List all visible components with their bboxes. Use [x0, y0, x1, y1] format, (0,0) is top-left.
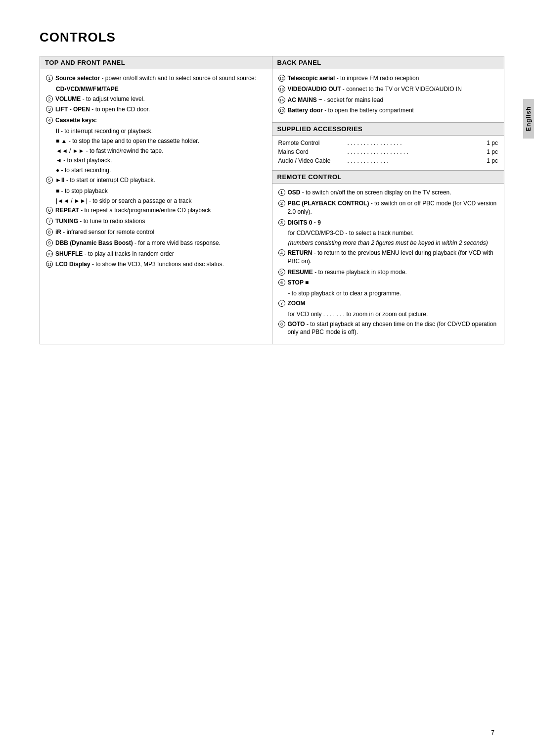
- accessories-table: Remote Control . . . . . . . . . . . . .…: [272, 136, 504, 170]
- list-item: 9 DBB (Dynamic Bass Boost) - for a more …: [46, 239, 266, 247]
- accessory-qty: 1 pc: [478, 157, 498, 164]
- item-number: 11: [46, 261, 53, 268]
- list-item: 6 REPEAT - to repeat a track/programme/e…: [46, 206, 266, 215]
- item-text: VIDEO/AUDIO OUT - connect to the TV or V…: [288, 85, 498, 94]
- top-front-panel-body: 1 Source selector - power on/off switch …: [40, 69, 272, 276]
- list-item: 8 GOTO - to start playback at any chosen…: [278, 320, 498, 337]
- item-text: RETURN - to return to the previous MENU …: [288, 249, 498, 266]
- list-item: Mains Cord . . . . . . . . . . . . . . .…: [278, 148, 498, 155]
- item-text: Battery door - to open the battery compa…: [288, 106, 498, 115]
- item-number: 9: [46, 239, 53, 246]
- italic-note: (numbers consisting more than 2 figures …: [288, 239, 498, 247]
- item-text: iR - infrared sensor for remote control: [55, 228, 266, 236]
- page-number: 7: [491, 729, 494, 736]
- sub-item: ■ ▲ - to stop the tape and to open the c…: [56, 137, 266, 145]
- back-panel-section: BACK PANEL 12 Telescopic aerial - to imp…: [272, 56, 504, 123]
- item-number: 1: [46, 75, 53, 82]
- list-item: 8 iR - infrared sensor for remote contro…: [46, 228, 266, 236]
- item-number: 8: [278, 321, 285, 328]
- left-column: TOP AND FRONT PANEL 1 Source selector - …: [40, 56, 272, 344]
- item-number: 6: [46, 207, 53, 214]
- list-item: 13 VIDEO/AUDIO OUT - connect to the TV o…: [278, 85, 498, 94]
- list-item: 7 ZOOM: [278, 299, 498, 308]
- item-text: LIFT - OPEN - to open the CD door.: [55, 105, 266, 114]
- accessory-qty: 1 pc: [478, 148, 498, 155]
- item-number: 3: [278, 219, 285, 226]
- item-number: 8: [46, 229, 53, 236]
- item-number: 5: [46, 177, 53, 184]
- list-item: Remote Control . . . . . . . . . . . . .…: [278, 140, 498, 146]
- item-number: 10: [46, 250, 53, 257]
- item-number: 6: [278, 279, 285, 286]
- item-text: GOTO - to start playback at any chosen t…: [288, 320, 498, 337]
- item-text: ZOOM: [288, 299, 498, 308]
- sub-item: for VCD only . . . . . . . to zoom in or…: [288, 310, 498, 319]
- list-item: 1 Source selector - power on/off switch …: [46, 74, 266, 83]
- list-item: 1 OSD - to switch on/off the on screen d…: [278, 189, 498, 197]
- page-title: CONTROLS: [40, 30, 504, 45]
- sidebar-language-label: English: [523, 99, 534, 139]
- list-item: 5 RESUME - to resume playback in stop mo…: [278, 268, 498, 277]
- item-number: 4: [278, 249, 285, 256]
- sub-item: for CD/VCD/MP3-CD - to select a track nu…: [288, 229, 498, 237]
- accessory-qty: 1 pc: [478, 140, 498, 146]
- item-text: SHUFFLE - to play all tracks in random o…: [55, 250, 266, 258]
- item-number: 7: [278, 300, 285, 307]
- item-text: Cassette keys:: [55, 116, 266, 125]
- list-item: 15 Battery door - to open the battery co…: [278, 106, 498, 115]
- remote-control-section: REMOTE CONTROL 1 OSD - to switch on/off …: [272, 171, 504, 344]
- sub-item: ◄◄ / ►► - to fast wind/rewind the tape.: [56, 147, 266, 155]
- item-number: 12: [278, 75, 285, 82]
- item-text: REPEAT - to repeat a track/programme/ent…: [55, 206, 266, 215]
- item-text: OSD - to switch on/off the on screen dis…: [288, 189, 498, 197]
- item-number: 7: [46, 218, 53, 225]
- sub-item: ■ - to stop playback: [56, 187, 266, 195]
- item-text: Source selector - power on/off switch an…: [55, 74, 266, 83]
- item-text: AC MAINS ~ - socket for mains lead: [288, 96, 498, 104]
- item-text: DBB (Dynamic Bass Boost) - for a more vi…: [55, 239, 266, 247]
- item-text: VOLUME - to adjust volume level.: [55, 95, 266, 103]
- list-item: 11 LCD Display - to show the VCD, MP3 fu…: [46, 260, 266, 269]
- list-item: 6 STOP ■: [278, 279, 498, 287]
- item-text: PBC (PLAYBACK CONTROL) - to switch on or…: [288, 199, 498, 216]
- item-text: ►II - to start or interrupt CD playback.: [55, 176, 266, 185]
- list-item: 3 DIGITS 0 - 9: [278, 219, 498, 227]
- item-number: 15: [278, 107, 285, 114]
- list-item: 4 RETURN - to return to the previous MEN…: [278, 249, 498, 266]
- item-number: 14: [278, 96, 285, 103]
- item-text: Telescopic aerial - to improve FM radio …: [288, 74, 498, 83]
- accessory-name: Remote Control: [278, 140, 348, 146]
- list-item: 12 Telescopic aerial - to improve FM rad…: [278, 74, 498, 83]
- list-item: 14 AC MAINS ~ - socket for mains lead: [278, 96, 498, 104]
- sub-item: ● - to start recording.: [56, 166, 266, 175]
- list-item: 4 Cassette keys:: [46, 116, 266, 125]
- accessory-name: Audio / Video Cable: [278, 157, 348, 164]
- right-column: BACK PANEL 12 Telescopic aerial - to imp…: [272, 56, 504, 344]
- sub-item: ◄ - to start playback.: [56, 156, 266, 165]
- item-number: 2: [278, 200, 285, 207]
- sub-item: CD•VCD/MW/FM/TAPE: [56, 85, 266, 94]
- list-item: 2 PBC (PLAYBACK CONTROL) - to switch on …: [278, 199, 498, 216]
- item-text: RESUME - to resume playback in stop mode…: [288, 268, 498, 277]
- accessory-dots: . . . . . . . . . . . . .: [348, 157, 479, 164]
- item-number: 1: [278, 189, 285, 196]
- item-number: 13: [278, 86, 285, 93]
- item-number: 2: [46, 95, 53, 102]
- item-number: 4: [46, 117, 53, 124]
- sub-item: - to stop playback or to clear a program…: [288, 289, 498, 298]
- sub-item: |◄◄ / ►►| - to skip or search a passage …: [56, 197, 266, 205]
- list-item: 10 SHUFFLE - to play all tracks in rando…: [46, 250, 266, 258]
- list-item: 3 LIFT - OPEN - to open the CD door.: [46, 105, 266, 114]
- top-front-panel-header: TOP AND FRONT PANEL: [40, 56, 272, 69]
- item-text: DIGITS 0 - 9: [288, 219, 498, 227]
- remote-control-header: REMOTE CONTROL: [272, 171, 504, 184]
- item-number: 3: [46, 106, 53, 113]
- page: CONTROLS TOP AND FRONT PANEL 1 Source se…: [0, 0, 534, 756]
- list-item: Audio / Video Cable . . . . . . . . . . …: [278, 157, 498, 164]
- remote-control-body: 1 OSD - to switch on/off the on screen d…: [272, 184, 504, 344]
- accessory-dots: . . . . . . . . . . . . . . . . . . .: [348, 148, 479, 155]
- content-area: TOP AND FRONT PANEL 1 Source selector - …: [40, 56, 504, 344]
- item-text: TUNING - to tune to radio stations: [55, 217, 266, 226]
- supplied-accessories-section: SUPPLIED ACCESSORIES Remote Control . . …: [272, 123, 504, 171]
- item-number: 5: [278, 269, 285, 276]
